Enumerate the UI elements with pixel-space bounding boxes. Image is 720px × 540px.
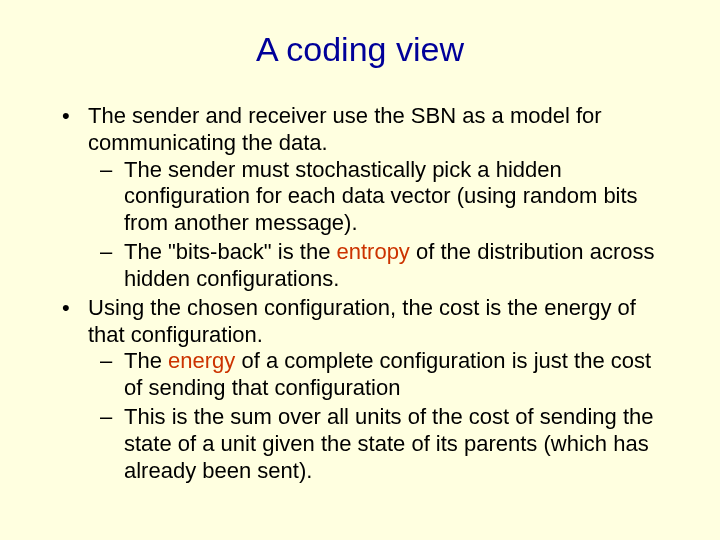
sub-list: The energy of a complete configuration i… [88,348,670,484]
sub-text: This is the sum over all units of the co… [124,404,654,483]
sub-item: The energy of a complete configuration i… [88,348,670,402]
bullet-item: The sender and receiver use the SBN as a… [50,103,670,293]
bullet-list: The sender and receiver use the SBN as a… [50,103,670,485]
sub-item: The "bits-back" is the entropy of the di… [88,239,670,293]
bullet-text: The sender and receiver use the SBN as a… [88,103,602,155]
slide: A coding view The sender and receiver us… [0,0,720,485]
sub-text-part: The "bits-back" is the [124,239,336,264]
bullet-text: Using the chosen configuration, the cost… [88,295,636,347]
slide-title: A coding view [50,30,670,69]
sub-text-part: The [124,348,168,373]
accent-word: entropy [336,239,409,264]
accent-word: energy [168,348,235,373]
sub-item: The sender must stochastically pick a hi… [88,157,670,237]
bullet-item: Using the chosen configuration, the cost… [50,295,670,485]
sub-text: The sender must stochastically pick a hi… [124,157,638,236]
sub-item: This is the sum over all units of the co… [88,404,670,484]
sub-list: The sender must stochastically pick a hi… [88,157,670,293]
